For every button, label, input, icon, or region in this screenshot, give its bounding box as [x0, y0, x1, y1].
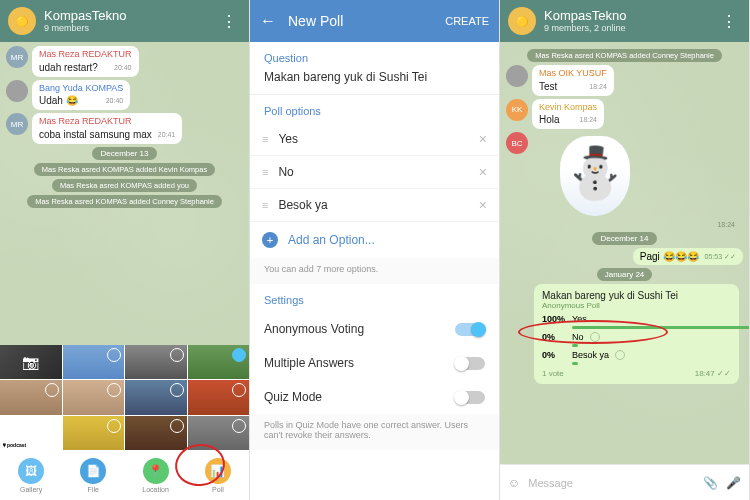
plus-icon: + — [262, 232, 278, 248]
date-separator: January 24 — [597, 268, 653, 281]
group-avatar[interactable]: 🟡 — [508, 7, 536, 35]
photo-cell[interactable] — [63, 380, 125, 414]
more-icon[interactable]: ⋮ — [717, 12, 741, 31]
more-icon[interactable]: ⋮ — [217, 12, 241, 31]
camera-cell[interactable] — [0, 345, 62, 379]
toggle[interactable] — [455, 391, 485, 404]
poll-percent: 100% — [542, 314, 568, 324]
toggle[interactable] — [455, 357, 485, 370]
chat-title[interactable]: KompasTekno — [44, 9, 126, 23]
poll-bar — [572, 344, 578, 347]
chat-header: 🟡 KompasTekno 9 members, 2 online ⋮ — [500, 0, 749, 42]
poll-votes: 1 vote — [542, 369, 564, 378]
incoming-message[interactable]: Mas OIK YUSUF Test 18:24 — [532, 65, 614, 96]
drag-icon[interactable]: ≡ — [262, 199, 268, 211]
poll-form: Question Makan bareng yuk di Sushi Tei P… — [250, 42, 499, 500]
outgoing-message[interactable]: Pagi 😂😂😂 05:53 ✓✓ — [633, 248, 743, 265]
message-input[interactable]: Message — [528, 477, 695, 489]
photo-cell[interactable] — [188, 345, 250, 379]
poll-result-option[interactable]: 100%Yes — [542, 314, 731, 329]
drag-icon[interactable]: ≡ — [262, 133, 268, 145]
radio-icon — [615, 350, 625, 360]
sticker-message[interactable] — [560, 136, 630, 216]
avatar[interactable]: MR — [6, 113, 28, 135]
add-option-label: Add an Option... — [288, 233, 375, 247]
poll-icon: 📊 — [205, 458, 231, 484]
setting-row: Quiz Mode — [250, 380, 499, 414]
emoji-icon[interactable]: ☺ — [508, 476, 520, 490]
incoming-message[interactable]: Kevin Kompas Hola 18:24 — [532, 99, 604, 130]
remove-icon[interactable]: × — [479, 164, 487, 180]
chat-title[interactable]: KompasTekno — [544, 9, 626, 23]
gallery-button[interactable]: 🖼Gallery — [18, 458, 44, 493]
attach-icon[interactable]: 📎 — [703, 476, 718, 490]
poll-result-option[interactable]: 0%No — [542, 332, 731, 347]
photo-cell[interactable] — [188, 380, 250, 414]
setting-label: Anonymous Voting — [264, 322, 364, 336]
avatar[interactable]: MR — [6, 46, 28, 68]
chat-panel: 🟡 KompasTekno 9 members ⋮ MR Mas Reza RE… — [0, 0, 250, 500]
sender-name: Bang Yuda KOMPAS — [39, 83, 123, 95]
message-time: 20:40 — [106, 96, 124, 105]
incoming-message[interactable]: Mas Reza REDAKTUR coba instal samsung ma… — [32, 113, 182, 144]
photo-cell[interactable] — [63, 345, 125, 379]
avatar[interactable]: BC — [506, 132, 528, 154]
group-avatar[interactable]: 🟡 — [8, 7, 36, 35]
create-button[interactable]: CREATE — [445, 15, 489, 27]
avatar[interactable] — [6, 80, 28, 102]
back-icon[interactable]: ← — [260, 12, 276, 30]
photo-cell[interactable] — [125, 380, 187, 414]
photo-cell[interactable] — [125, 416, 187, 450]
chat-scroll[interactable]: Mas Reska asred KOMPAS added Conney Step… — [500, 42, 749, 464]
chat-result-panel: 🟡 KompasTekno 9 members, 2 online ⋮ Mas … — [500, 0, 750, 500]
poll-message[interactable]: Makan bareng yuk di Sushi Tei Anonymous … — [534, 284, 739, 384]
message-text: Udah 😂 — [39, 95, 78, 106]
file-button[interactable]: 📄File — [80, 458, 106, 493]
chat-scroll[interactable]: MR Mas Reza REDAKTUR udah restart? 20:40… — [0, 42, 249, 345]
poll-option-label: No — [572, 332, 584, 342]
system-message: Mas Reska asred KOMPAS added Conney Step… — [27, 195, 222, 208]
chat-subtitle: 9 members — [44, 23, 126, 33]
poll-option-row[interactable]: ≡No× — [250, 156, 499, 189]
option-text[interactable]: Besok ya — [278, 198, 478, 212]
photo-cell[interactable] — [0, 380, 62, 414]
mic-icon[interactable]: 🎤 — [726, 476, 741, 490]
question-input[interactable]: Makan bareng yuk di Sushi Tei — [250, 70, 499, 95]
message-input-bar: ☺ Message 📎 🎤 — [500, 464, 749, 500]
location-button[interactable]: 📍Location — [142, 458, 168, 493]
photo-cell[interactable] — [188, 416, 250, 450]
remove-icon[interactable]: × — [479, 197, 487, 213]
poll-percent: 0% — [542, 350, 568, 360]
new-poll-panel: ← New Poll CREATE Question Makan bareng … — [250, 0, 500, 500]
add-option-button[interactable]: + Add an Option... — [250, 222, 499, 258]
toggle[interactable] — [455, 323, 485, 336]
poll-option-label: Besok ya — [572, 350, 609, 360]
message-text: udah restart? — [39, 62, 98, 73]
date-separator: December 14 — [592, 232, 656, 245]
avatar[interactable]: KK — [506, 99, 528, 121]
avatar[interactable] — [506, 65, 528, 87]
incoming-message[interactable]: Mas Reza REDAKTUR udah restart? 20:40 — [32, 46, 139, 77]
photo-cell[interactable] — [125, 345, 187, 379]
poll-bar — [572, 362, 578, 365]
setting-label: Multiple Answers — [264, 356, 354, 370]
chat-header: 🟡 KompasTekno 9 members ⋮ — [0, 0, 249, 42]
radio-icon — [590, 332, 600, 342]
option-text[interactable]: Yes — [278, 132, 478, 146]
poll-option-row[interactable]: ≡Besok ya× — [250, 189, 499, 222]
photo-grid: 🎙podcast — [0, 345, 249, 450]
poll-option-row[interactable]: ≡Yes× — [250, 123, 499, 156]
question-label: Question — [250, 42, 499, 70]
poll-result-option[interactable]: 0%Besok ya — [542, 350, 731, 365]
remove-icon[interactable]: × — [479, 131, 487, 147]
message-time: 20:41 — [158, 130, 176, 139]
quiz-hint: Polls in Quiz Mode have one correct answ… — [250, 414, 499, 450]
setting-row: Multiple Answers — [250, 346, 499, 380]
photo-cell[interactable]: 🎙podcast — [0, 416, 62, 450]
option-text[interactable]: No — [278, 165, 478, 179]
photo-cell[interactable] — [63, 416, 125, 450]
drag-icon[interactable]: ≡ — [262, 166, 268, 178]
incoming-message[interactable]: Bang Yuda KOMPAS Udah 😂 20:40 — [32, 80, 130, 111]
poll-button[interactable]: 📊Poll — [205, 458, 231, 493]
message-time: 05:53 ✓✓ — [705, 253, 736, 261]
